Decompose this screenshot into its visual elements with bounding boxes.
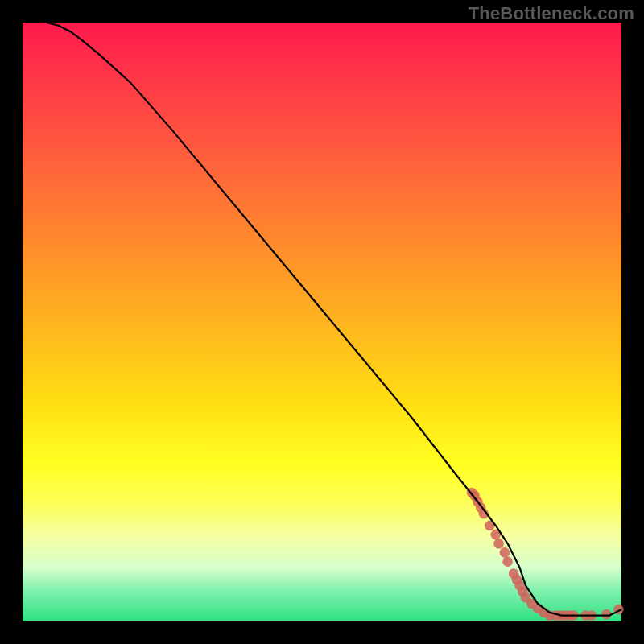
plot-area [23, 23, 621, 621]
marker-dot [500, 547, 510, 558]
marker-dot [502, 556, 513, 567]
chart-frame: TheBottleneck.com [0, 0, 644, 644]
marker-dot [493, 539, 504, 549]
watermark-text: TheBottleneck.com [469, 3, 634, 24]
chart-svg [23, 23, 621, 621]
curve-line [47, 23, 621, 616]
marker-layer [467, 488, 624, 621]
